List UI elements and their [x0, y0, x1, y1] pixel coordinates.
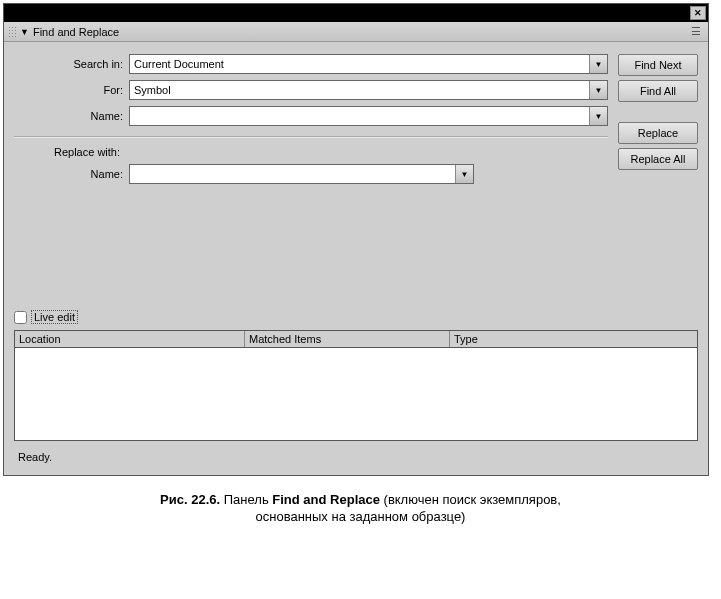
- label-for: For:: [14, 84, 129, 96]
- button-column: Find Next Find All Replace Replace All: [618, 54, 698, 190]
- chevron-down-icon[interactable]: ▼: [455, 165, 473, 183]
- window-titlebar: ✕: [4, 4, 708, 22]
- panel-title: Find and Replace: [33, 26, 119, 38]
- replace-name-input[interactable]: [130, 165, 455, 183]
- chevron-down-icon[interactable]: ▼: [589, 81, 607, 99]
- name-combo[interactable]: ▼: [129, 106, 608, 126]
- chevron-down-icon[interactable]: ▼: [589, 107, 607, 125]
- search-in-combo[interactable]: ▼: [129, 54, 608, 74]
- separator: [14, 136, 608, 138]
- label-search-in: Search in:: [14, 58, 129, 70]
- replace-all-button[interactable]: Replace All: [618, 148, 698, 170]
- replace-name-combo[interactable]: ▼: [129, 164, 474, 184]
- search-in-input[interactable]: [130, 55, 589, 73]
- replace-button[interactable]: Replace: [618, 122, 698, 144]
- label-replace-with: Replace with:: [14, 146, 608, 158]
- form-area: Search in: ▼ For: ▼ Name:: [14, 54, 618, 190]
- panel-header[interactable]: ▼ Find and Replace ☰: [4, 22, 708, 42]
- label-live-edit: Live edit: [31, 310, 78, 324]
- chevron-down-icon[interactable]: ▼: [589, 55, 607, 73]
- lower-section: Live edit Location Matched Items Type Re…: [14, 310, 698, 469]
- results-table: Location Matched Items Type: [14, 330, 698, 441]
- close-icon[interactable]: ✕: [690, 6, 706, 20]
- col-matched[interactable]: Matched Items: [245, 331, 450, 347]
- find-next-button[interactable]: Find Next: [618, 54, 698, 76]
- find-all-button[interactable]: Find All: [618, 80, 698, 102]
- results-header: Location Matched Items Type: [15, 331, 697, 348]
- label-name: Name:: [14, 110, 129, 122]
- for-combo[interactable]: ▼: [129, 80, 608, 100]
- results-body[interactable]: [15, 348, 697, 440]
- status-text: Ready.: [14, 441, 698, 469]
- col-location[interactable]: Location: [15, 331, 245, 347]
- live-edit-checkbox[interactable]: [14, 311, 27, 324]
- col-type[interactable]: Type: [450, 331, 697, 347]
- panel-body: Search in: ▼ For: ▼ Name:: [4, 42, 708, 475]
- figure-caption: Рис. 22.6. Панель Find and Replace (вклю…: [0, 492, 721, 526]
- label-replace-name: Name:: [14, 168, 129, 180]
- for-input[interactable]: [130, 81, 589, 99]
- panel-window: ✕ ▼ Find and Replace ☰ Search in: ▼ For:: [3, 3, 709, 476]
- panel-menu-icon[interactable]: ☰: [688, 25, 704, 38]
- gripper-icon: [8, 26, 16, 38]
- replace-section: Replace with: Name: ▼: [14, 146, 608, 184]
- collapse-icon[interactable]: ▼: [20, 27, 29, 37]
- name-input[interactable]: [130, 107, 589, 125]
